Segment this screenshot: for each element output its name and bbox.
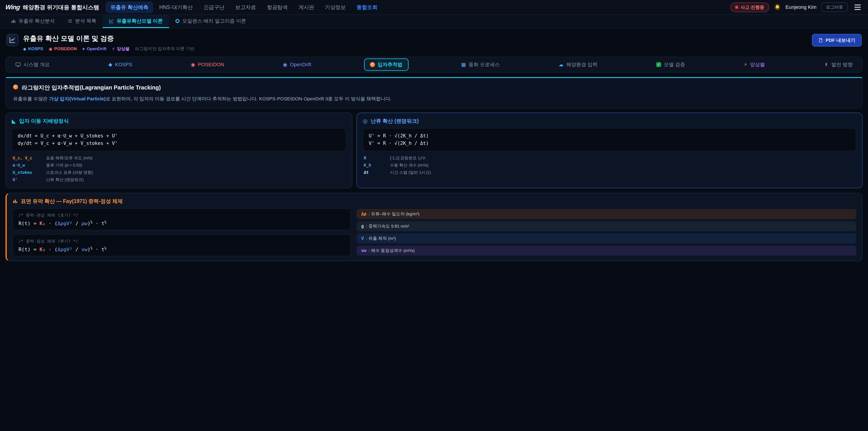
formula-segment: / — [72, 247, 81, 252]
header-subtitle: 라그랑지안 입자추적 이론 기반 — [135, 46, 195, 52]
governing-equation-card: ◣ 입자 이동 지배방정식 dx/dt = U_c + α·U_w + U_st… — [5, 113, 352, 188]
section-tab-label: 발전 방향 — [831, 61, 852, 68]
tab-label: 오일펜스 배치 알고리즘 이론 — [182, 18, 246, 24]
nav-item-reports[interactable]: 보고자료 — [230, 2, 261, 13]
legend-row: R [-1,1] 균등분포 난수 — [363, 154, 856, 162]
hamburger-menu-icon[interactable] — [852, 3, 863, 12]
legend-term: K_h — [364, 163, 384, 167]
app-viewport: Wing 해양환경 위기대응 통합시스템 유출유 확산예측 HNS·대기확산 긴… — [0, 0, 868, 431]
section-tab-weathering-process[interactable]: ▦ 풍화 프로세스 — [455, 59, 506, 71]
formula-coefficient: K₁ — [39, 221, 46, 226]
circle-icon: ● — [82, 46, 85, 51]
legend-desc: 시간 스텝 (일반 1시간) — [390, 170, 431, 175]
fay-formula: R(t) = K₂ · (ΔρgV² / νw)⅙ · t¼ — [19, 246, 345, 252]
section-tab-system-overview[interactable]: 시스템 개요 — [9, 59, 56, 71]
formula-exponent: ⅙ — [90, 246, 92, 250]
formula-numerator: ΔρgV² — [57, 247, 72, 252]
brand[interactable]: Wing 해양환경 위기대응 통합시스템 — [5, 4, 99, 11]
formula-numerator: ΔρgV² — [57, 221, 72, 226]
formula-segment: · ( — [45, 247, 57, 252]
fay-legend-row: V : 유출 체적 (m³) — [357, 234, 856, 243]
formula-segment: · t — [92, 221, 104, 226]
intro-description: 유출유를 수많은 가상 입자(Virtual Particle)로 표현하여, … — [13, 95, 855, 102]
fay-legend-row: νw : 해수 동점성계수 (m²/s) — [357, 246, 856, 256]
tab-oil-spill-analysis[interactable]: 유출유 확산분석 — [4, 15, 61, 28]
legend-row: K_h 수평 확산 계수 (m²/s) — [363, 162, 856, 169]
logout-button[interactable]: 로그아웃 — [822, 2, 848, 12]
fay-legend-desc: : 유출 체적 (m³) — [366, 236, 396, 241]
section-tab-future-direction[interactable]: 발전 방향 — [818, 59, 859, 71]
notification-bell-button[interactable] — [774, 4, 780, 10]
incident-label: 사고 진행중 — [740, 4, 764, 10]
page-content: 유출유 확산 모델 이론 및 검증 ◆ KOSPS ◉ POSEIDON ● O… — [0, 29, 868, 261]
formula-segment: ) — [88, 247, 90, 252]
diamond-icon: ◆ — [23, 46, 26, 52]
desc-text: 로 표현하여, 각 입자의 이동 경로를 시간 단계마다 추적하는 방법입니다.… — [105, 96, 392, 101]
code-line: dx/dt = U_c + α·U_w + U_stokes + U' — [18, 132, 340, 140]
fay-spreading-card: 표면 유막 확산 — Fay(1971) 중력-점성 체제 /* 중력-관성 체… — [5, 193, 863, 261]
fay-card-title: 표면 유막 확산 — Fay(1971) 중력-점성 체제 — [21, 198, 123, 205]
legend-desc: 난류 확산 (랜덤워크) — [46, 177, 84, 182]
fay-legend-row: Δρ : 유류–해수 밀도차 (kg/m³) — [357, 209, 856, 219]
wing-logo: Wing — [5, 4, 20, 11]
chart-bars-icon — [11, 19, 16, 24]
formula-exponent: ⅙ — [90, 220, 92, 224]
random-walk-card-title: 난류 확산 (랜덤워크) — [371, 118, 418, 125]
incident-status-badge[interactable]: 사고 진행중 — [730, 2, 769, 12]
orange-particle-icon — [13, 84, 18, 91]
code-line: U' = R · √(2K_h / Δt) — [369, 132, 850, 140]
badge-label: OpenDrift — [87, 46, 107, 51]
section-tab-label: 앙상블 — [750, 61, 765, 68]
virtual-particle-highlight: 가상 입자(Virtual Particle) — [49, 96, 106, 101]
badge-ensemble: ⚡ 앙상블 — [112, 46, 129, 52]
nav-item-aerial-search[interactable]: 항공탐색 — [262, 2, 293, 13]
nav-item-oil-spill-prediction[interactable]: 유출유 확산예측 — [105, 2, 153, 13]
page-header: 유출유 확산 모델 이론 및 검증 ◆ KOSPS ◉ POSEIDON ● O… — [5, 32, 863, 56]
fay-legend-desc: : 해수 동점성계수 (m²/s) — [369, 248, 415, 254]
random-walk-card-title-row: ◎ 난류 확산 (랜덤워크) — [363, 118, 856, 125]
bullseye-icon: ◎ — [363, 118, 368, 124]
nav-item-board[interactable]: 게시판 — [293, 2, 319, 13]
tab-analysis-list[interactable]: 분석 목록 — [61, 15, 103, 28]
tab-diffusion-model-theory[interactable]: 유출유확산모델 이론 — [103, 15, 169, 28]
fay-legend-term: V — [361, 236, 364, 241]
intro-title-row: 라그랑지안 입자추적법(Lagrangian Particle Tracking… — [13, 84, 855, 91]
oil-fence-ring-icon — [176, 19, 180, 23]
badge-label: KOSPS — [28, 46, 43, 51]
fay-formula: R(t) = K₁ · (ΔρgV² / ρw)⅙ · t½ — [19, 220, 345, 226]
random-walk-code-block: U' = R · √(2K_h / Δt) V' = R · √(2K_h / … — [363, 128, 856, 151]
section-tab-label: 시스템 개요 — [24, 61, 50, 68]
formula-coefficient: K₂ — [39, 247, 46, 252]
target-icon: ◉ — [49, 46, 53, 52]
tab-oil-fence-algorithm-theory[interactable]: 오일펜스 배치 알고리즘 이론 — [169, 15, 252, 28]
monitor-icon — [16, 62, 21, 67]
badge-label: 앙상블 — [117, 46, 130, 52]
legend-term: α·U_w — [13, 163, 41, 167]
section-tab-opendrift[interactable]: ◉ OpenDrift — [277, 59, 317, 70]
section-tab-label: OpenDrift — [290, 62, 311, 68]
section-tab-particle-tracking[interactable]: 입자추적법 — [364, 59, 408, 71]
nav-item-weather-info[interactable]: 기상정보 — [320, 2, 351, 13]
formula-exponent: ¼ — [104, 246, 106, 250]
code-line: dy/dt = V_c + α·V_w + V_stokes + V' — [18, 140, 340, 147]
section-tab-ocean-env-input[interactable]: ☁ 해양환경 입력 — [553, 59, 603, 71]
section-tab-poseidon[interactable]: ◉ POSEIDON — [185, 59, 230, 70]
section-tab-ensemble[interactable]: ⚡ 앙상블 — [738, 59, 771, 71]
section-tab-label: 해양환경 입력 — [566, 61, 597, 68]
nav-item-emergency-rescue[interactable]: 긴급구난 — [199, 2, 229, 13]
pdf-export-button[interactable]: PDF 내보내기 — [812, 34, 862, 47]
legend-term: R — [364, 155, 384, 160]
tab-label: 유출유확산모델 이론 — [117, 18, 163, 24]
legend-desc: [-1,1] 균등분포 난수 — [390, 155, 426, 161]
incident-dot-icon — [735, 6, 738, 8]
fay-legend-desc: : 중력가속도 9.81 m/s² — [366, 223, 409, 229]
section-tab-kosps[interactable]: ◆ KOSPS — [103, 59, 138, 70]
fay-legend-term: Δρ — [361, 211, 366, 216]
section-tab-model-validation[interactable]: ✓ 모델 검증 — [650, 59, 691, 71]
badge-kosps: ◆ KOSPS — [23, 46, 43, 52]
legend-desc: 수평 확산 계수 (m²/s) — [390, 162, 428, 168]
legend-desc: 스토크스 표류 (파랑 영향) — [46, 170, 93, 175]
nav-item-hns-atmospheric[interactable]: HNS·대기확산 — [154, 2, 197, 13]
nav-item-integrated-search[interactable]: 통합조회 — [352, 2, 382, 13]
formula-denominator: ρw — [81, 221, 88, 226]
